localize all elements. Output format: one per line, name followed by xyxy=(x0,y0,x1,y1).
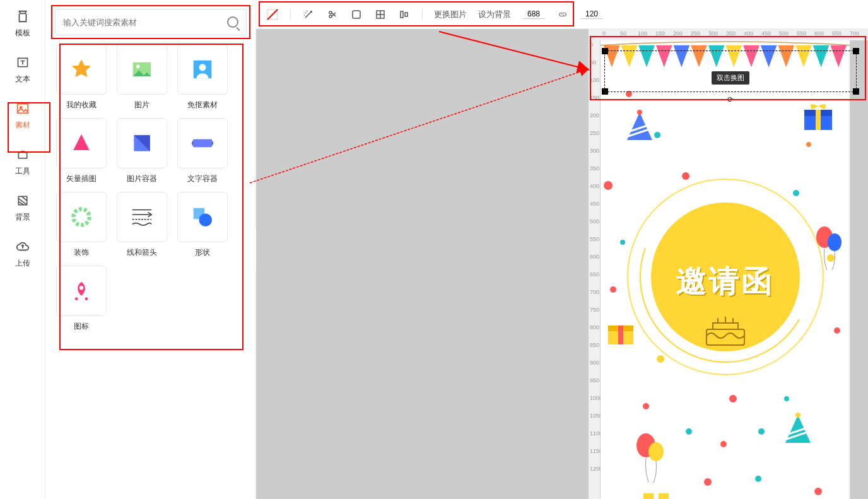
height-input[interactable] xyxy=(580,9,603,19)
category-shape[interactable]: 形状 xyxy=(176,192,229,258)
sidebar-item-tools[interactable]: 工具 xyxy=(0,138,45,184)
svg-point-56 xyxy=(814,488,822,495)
svg-point-54 xyxy=(704,478,712,486)
asset-panel: 我的收藏 图片 免抠素材 矢量插图 图片容器 文字容器 装饰 线和箭头 xyxy=(46,0,256,499)
category-image[interactable]: 图片 xyxy=(115,44,168,110)
category-fav[interactable]: 我的收藏 xyxy=(55,44,108,110)
sidebar-item-label: 模板 xyxy=(15,28,30,38)
search-box[interactable] xyxy=(55,9,247,35)
svg-point-47 xyxy=(657,355,664,363)
category-label: 免抠素材 xyxy=(187,100,218,110)
category-label: 文字容器 xyxy=(187,173,218,184)
wand-icon[interactable] xyxy=(302,8,315,21)
set-background-button[interactable]: 设为背景 xyxy=(478,9,511,20)
svg-point-18 xyxy=(85,297,88,300)
category-label: 装饰 xyxy=(74,247,89,258)
svg-rect-65 xyxy=(618,326,623,344)
resize-handle[interactable] xyxy=(853,88,859,95)
separator xyxy=(422,9,423,20)
ruler-horizontal: 0501001502002503003504004505005506006507… xyxy=(589,29,868,40)
svg-line-20 xyxy=(267,9,278,20)
category-text-frame[interactable]: 文字容器 xyxy=(176,118,229,184)
svg-point-48 xyxy=(784,396,789,401)
sidebar-item-assets[interactable]: 素材 xyxy=(0,92,45,138)
sidebar-item-label: 工具 xyxy=(15,166,30,177)
search-icon[interactable] xyxy=(227,16,238,28)
category-label: 矢量插图 xyxy=(66,173,97,184)
sidebar-item-text[interactable]: 文本 xyxy=(0,46,45,92)
svg-point-17 xyxy=(75,297,78,300)
svg-rect-60 xyxy=(816,110,821,130)
upload-icon xyxy=(14,238,32,255)
svg-point-45 xyxy=(610,286,616,293)
category-cutout[interactable]: 免抠素材 xyxy=(176,44,229,110)
svg-rect-70 xyxy=(654,493,659,499)
svg-point-21 xyxy=(329,11,332,14)
gift-icon xyxy=(799,98,837,134)
svg-point-16 xyxy=(79,286,83,290)
svg-point-41 xyxy=(682,172,689,180)
svg-point-10 xyxy=(73,209,89,225)
align-icon[interactable] xyxy=(398,8,411,21)
category-decor[interactable]: 装饰 xyxy=(55,192,108,258)
replace-image-button[interactable]: 更换图片 xyxy=(434,9,467,20)
category-img-frame[interactable]: 图片容器 xyxy=(115,118,168,184)
svg-point-51 xyxy=(686,428,692,435)
link-icon[interactable] xyxy=(556,8,569,21)
resize-handle[interactable] xyxy=(853,48,859,54)
category-icon[interactable]: 图标 xyxy=(55,266,108,332)
party-hat-icon xyxy=(781,413,815,450)
party-hat-icon xyxy=(623,110,657,148)
svg-point-49 xyxy=(643,403,649,409)
fit-icon[interactable] xyxy=(374,8,387,21)
no-fill-icon[interactable] xyxy=(266,8,279,21)
svg-line-28 xyxy=(250,69,587,183)
balloon-icon xyxy=(632,430,667,487)
tools-icon xyxy=(14,146,32,163)
svg-point-57 xyxy=(637,110,642,115)
svg-point-40 xyxy=(604,181,613,190)
sidebar-item-label: 文本 xyxy=(15,74,30,85)
svg-point-52 xyxy=(758,428,765,435)
svg-rect-23 xyxy=(353,11,360,18)
square-icon[interactable] xyxy=(350,8,363,21)
category-lines[interactable]: 线和箭头 xyxy=(115,192,168,258)
category-label: 我的收藏 xyxy=(66,100,97,110)
width-input[interactable] xyxy=(522,9,545,19)
svg-point-6 xyxy=(136,64,140,68)
resize-handle[interactable] xyxy=(602,88,608,95)
balloon-icon xyxy=(813,223,845,274)
svg-point-68 xyxy=(795,413,801,418)
artboard[interactable]: 邀请函 xyxy=(601,40,850,499)
category-grid: 我的收藏 图片 免抠素材 矢量插图 图片容器 文字容器 装饰 线和箭头 xyxy=(46,44,255,332)
sidebar: 模板 文本 素材 工具 背景 上传 xyxy=(0,0,45,499)
template-icon xyxy=(14,8,32,25)
svg-point-8 xyxy=(199,64,206,71)
selection-box[interactable]: ⟳ 双击换图 xyxy=(604,50,857,92)
crop-icon[interactable] xyxy=(326,8,339,21)
assets-icon xyxy=(14,100,32,117)
category-label: 形状 xyxy=(195,247,210,258)
svg-rect-3 xyxy=(18,153,26,158)
selection-tooltip: 双击换图 xyxy=(712,71,749,85)
svg-point-46 xyxy=(834,327,840,334)
resize-handle[interactable] xyxy=(602,48,608,54)
sidebar-item-templates[interactable]: 模板 xyxy=(0,0,45,46)
sidebar-item-background[interactable]: 背景 xyxy=(0,184,45,230)
annotation-arrow xyxy=(243,63,597,189)
sidebar-item-label: 素材 xyxy=(15,120,30,131)
sidebar-item-upload[interactable]: 上传 xyxy=(0,230,45,276)
rotate-handle[interactable]: ⟳ xyxy=(727,95,734,104)
background-icon xyxy=(14,192,32,209)
search-input[interactable] xyxy=(63,18,227,27)
svg-point-43 xyxy=(620,240,625,245)
svg-point-67 xyxy=(648,442,664,461)
svg-rect-1 xyxy=(17,104,28,114)
sidebar-item-label: 上传 xyxy=(15,258,30,269)
category-label: 图标 xyxy=(74,321,89,332)
svg-point-15 xyxy=(199,213,212,226)
svg-point-39 xyxy=(806,142,811,147)
svg-rect-9 xyxy=(194,139,212,148)
category-label: 线和箭头 xyxy=(127,247,157,258)
category-vector[interactable]: 矢量插图 xyxy=(55,118,108,184)
